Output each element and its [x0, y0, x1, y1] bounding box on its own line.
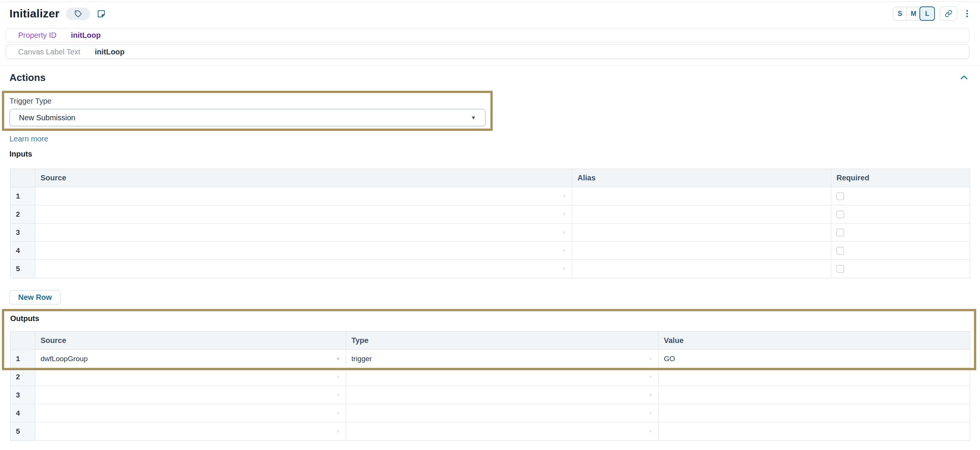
source-dropdown[interactable]: ▼	[35, 187, 572, 205]
outputs-table: Source Type Value 1 dwfLoopGroup▼ trigge…	[10, 331, 970, 441]
inputs-header-row: Source Alias Required	[11, 169, 970, 187]
source-value: dwfLoopGroup	[41, 355, 88, 363]
table-row: 2 ▼ ▼	[11, 368, 970, 386]
chevron-up-icon	[959, 73, 969, 82]
size-button-s[interactable]: S	[893, 7, 907, 20]
alias-input[interactable]	[572, 205, 831, 223]
row-index: 3	[11, 223, 35, 242]
required-checkbox[interactable]	[837, 229, 844, 236]
value-input[interactable]	[659, 386, 970, 404]
more-options-button[interactable]	[963, 7, 972, 21]
value-input[interactable]	[659, 422, 970, 440]
source-dropdown[interactable]: ▼	[35, 260, 572, 278]
index-column-header	[11, 332, 35, 350]
source-dropdown[interactable]: dwfLoopGroup▼	[35, 350, 346, 368]
trigger-type-label: Trigger Type	[10, 97, 51, 106]
chevron-down-icon: ▼	[562, 230, 566, 235]
source-dropdown[interactable]: ▼	[35, 404, 346, 422]
chevron-down-icon: ▼	[562, 212, 566, 217]
type-dropdown[interactable]: ▼	[346, 422, 659, 440]
source-dropdown[interactable]: ▼	[35, 422, 346, 440]
type-dropdown[interactable]: trigger▼	[346, 350, 659, 368]
size-toggle: S M L	[893, 7, 935, 21]
table-row: 3 ▼	[11, 223, 970, 242]
chevron-down-icon: ▼	[336, 356, 340, 361]
chevron-down-icon: ▼	[336, 429, 340, 434]
link-icon	[945, 10, 952, 17]
source-dropdown[interactable]: ▼	[35, 368, 346, 386]
required-checkbox[interactable]	[837, 211, 844, 218]
column-header-type: Type	[346, 332, 659, 350]
source-dropdown[interactable]: ▼	[35, 242, 572, 260]
table-row: 4 ▼ ▼	[11, 404, 970, 422]
size-button-m[interactable]: M	[907, 7, 920, 20]
kebab-menu-icon	[963, 9, 971, 19]
chevron-down-icon: ▼	[562, 248, 566, 254]
learn-more-link[interactable]: Learn more	[10, 135, 48, 143]
canvas-label-field[interactable]: Canvas Label Text initLoop	[6, 44, 969, 59]
type-dropdown[interactable]: ▼	[346, 386, 659, 404]
table-row: 3 ▼ ▼	[11, 386, 970, 404]
chevron-down-icon: ▼	[648, 429, 653, 434]
row-index: 2	[11, 205, 35, 223]
header: Initializer S	[10, 5, 972, 23]
copy-link-button[interactable]	[940, 6, 957, 21]
value-input[interactable]	[659, 404, 970, 422]
chevron-down-icon: ▼	[648, 411, 653, 416]
required-cell	[831, 187, 970, 205]
chevron-down-icon: ▼	[648, 393, 653, 398]
size-button-l[interactable]: L	[920, 6, 935, 21]
type-dropdown[interactable]: ▼	[346, 368, 659, 386]
trigger-type-value: New Submission	[19, 113, 75, 122]
chevron-down-icon: ▼	[336, 393, 340, 398]
value-input[interactable]: GO	[659, 350, 970, 368]
alias-input[interactable]	[572, 223, 831, 242]
inputs-table: Source Alias Required 1 ▼ 2 ▼ 3 ▼ 4 ▼	[10, 169, 970, 278]
source-dropdown[interactable]: ▼	[35, 223, 572, 242]
outputs-header-row: Source Type Value	[11, 332, 970, 350]
source-dropdown[interactable]: ▼	[35, 386, 346, 404]
alias-input[interactable]	[572, 242, 831, 260]
column-header-required: Required	[831, 169, 970, 187]
row-index: 4	[11, 242, 35, 260]
title-group: Initializer	[10, 7, 106, 20]
chevron-down-icon: ▼	[471, 114, 476, 120]
required-checkbox[interactable]	[837, 247, 844, 255]
property-id-field[interactable]: Property ID initLoop	[6, 28, 969, 42]
actions-section-header: Actions	[10, 71, 969, 84]
outputs-heading: Outputs	[10, 314, 40, 323]
collapse-section-button[interactable]	[959, 73, 969, 82]
chevron-down-icon: ▼	[336, 411, 340, 416]
chevron-down-icon: ▼	[562, 193, 566, 199]
alias-input[interactable]	[572, 187, 831, 205]
column-header-source: Source	[35, 169, 572, 187]
row-index: 1	[11, 350, 35, 368]
inputs-heading: Inputs	[10, 150, 32, 158]
property-id-value: initLoop	[71, 31, 101, 40]
page-title: Initializer	[10, 7, 59, 20]
row-index: 2	[11, 368, 35, 386]
type-dropdown[interactable]: ▼	[346, 404, 659, 422]
required-checkbox[interactable]	[837, 192, 844, 200]
required-checkbox[interactable]	[837, 265, 844, 273]
required-cell	[831, 260, 970, 278]
row-index: 5	[11, 260, 35, 278]
index-column-header	[11, 169, 35, 187]
value-input[interactable]	[659, 368, 970, 386]
alias-input[interactable]	[572, 260, 831, 278]
table-row: 1 ▼	[11, 187, 970, 205]
canvas-label-value: initLoop	[95, 48, 124, 56]
tags-button[interactable]	[66, 8, 90, 20]
header-controls: S M L	[893, 6, 972, 21]
new-row-button[interactable]: New Row	[10, 290, 60, 304]
actions-heading: Actions	[10, 72, 45, 84]
trigger-type-select[interactable]: New Submission ▼	[10, 109, 485, 126]
top-divider	[0, 2, 980, 2]
source-dropdown[interactable]: ▼	[35, 205, 572, 223]
notes-button[interactable]	[97, 9, 106, 19]
section-divider	[0, 65, 980, 66]
type-value: trigger	[352, 355, 372, 363]
chevron-down-icon: ▼	[648, 356, 653, 361]
column-header-source: Source	[35, 332, 346, 350]
column-header-alias: Alias	[572, 169, 831, 187]
